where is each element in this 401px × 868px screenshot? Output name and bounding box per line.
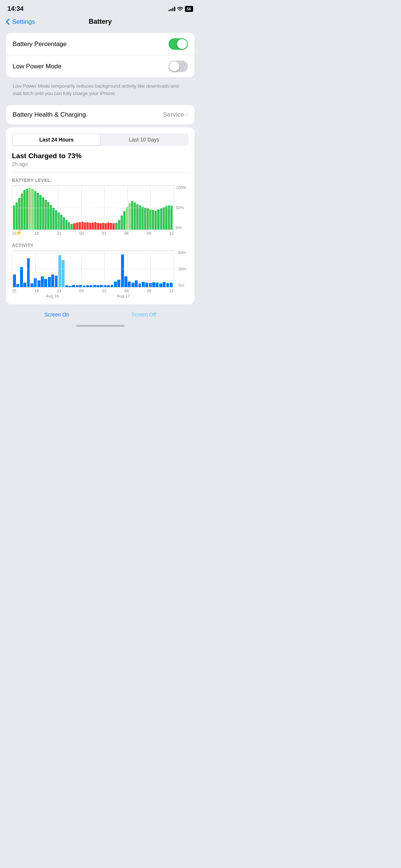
page-title: Battery: [89, 18, 112, 26]
charging-icon: ⚡: [15, 229, 23, 236]
screen-off-label[interactable]: Screen Off: [131, 312, 156, 318]
low-power-mode-label: Low Power Mode: [13, 63, 61, 70]
battery-health-row[interactable]: Battery Health & Charging Service ›: [6, 105, 195, 124]
activity-chart: [12, 250, 174, 287]
status-bar: 14:34 56: [0, 0, 200, 15]
nav-bar: Settings Battery: [0, 15, 200, 30]
date-labels: Aug 16 Aug 17: [12, 294, 174, 298]
battery-level-label: BATTERY LEVEL: [12, 178, 189, 183]
signal-icon: [169, 7, 175, 11]
tab-10-days[interactable]: Last 10 Days: [100, 134, 188, 145]
activity-label: ACTIVITY: [12, 243, 189, 248]
time-range-tabs[interactable]: Last 24 Hours Last 10 Days: [12, 133, 189, 146]
last-charged-title: Last Charged to 73%: [12, 152, 189, 160]
battery-chart-wrapper: ⚡ 100% 50% 0%: [12, 185, 174, 230]
home-indicator: [0, 321, 200, 330]
battery-level-chart: ⚡: [12, 185, 174, 230]
activity-chart-wrapper: 60m 30m 0m: [12, 250, 174, 287]
last-charged-subtitle: 2h ago: [12, 161, 189, 167]
tab-24-hours[interactable]: Last 24 Hours: [13, 134, 100, 145]
battery-percentage-row: Battery Percentage: [6, 33, 195, 55]
activity-x-labels: 15 18 21 00 03 06 09 12: [12, 287, 174, 293]
wifi-icon: [177, 6, 183, 12]
battery-health-card[interactable]: Battery Health & Charging Service ›: [6, 105, 195, 124]
status-icons: 56: [169, 6, 193, 12]
battery-x-labels: 15 18 21 00 03 06 09 12: [12, 230, 174, 235]
screen-on-label[interactable]: Screen On: [45, 312, 69, 318]
activity-y-labels: 60m 30m 0m: [179, 250, 186, 287]
chart-divider: [12, 172, 189, 173]
battery-health-label: Battery Health & Charging: [13, 111, 86, 118]
battery-percentage-toggle[interactable]: [169, 38, 188, 50]
chevron-right-icon: ›: [186, 111, 188, 118]
chart-card: Last 24 Hours Last 10 Days Last Charged …: [6, 127, 195, 304]
battery-percentage-label: Battery Percentage: [13, 40, 67, 48]
back-button[interactable]: Settings: [6, 18, 35, 26]
home-bar: [76, 325, 124, 327]
settings-toggles-card: Battery Percentage Low Power Mode: [6, 33, 195, 77]
low-power-mode-toggle[interactable]: [169, 61, 188, 72]
bottom-legend: Screen On Screen Off: [6, 307, 195, 321]
battery-indicator: 56: [185, 6, 193, 12]
battery-y-labels: 100% 50% 0%: [176, 185, 186, 230]
low-power-description: Low Power Mode temporarily reduces backg…: [6, 80, 195, 102]
service-status: Service ›: [163, 111, 188, 118]
service-label: Service: [163, 111, 184, 118]
low-power-mode-row: Low Power Mode: [6, 55, 195, 77]
status-time: 14:34: [7, 5, 23, 13]
